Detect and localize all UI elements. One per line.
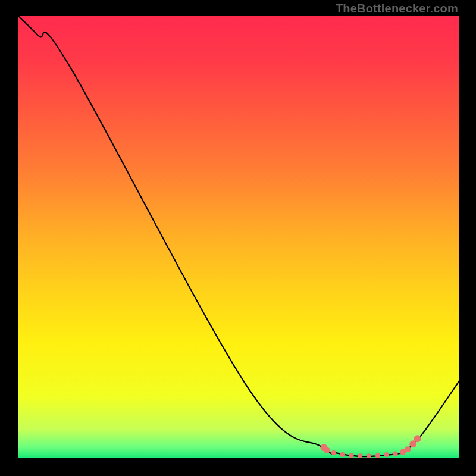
- bottleneck-curve: [18, 16, 459, 456]
- curve-marker: [367, 453, 371, 458]
- curve-marker: [349, 453, 353, 458]
- stage: TheBottlenecker.com: [0, 0, 476, 476]
- curve-marker: [331, 450, 336, 455]
- curve-marker: [384, 452, 389, 457]
- curve-marker: [393, 452, 398, 456]
- curve-marker: [340, 452, 345, 457]
- curve-marker: [324, 447, 330, 453]
- curve-marker: [414, 435, 421, 442]
- curve-marker: [405, 446, 411, 452]
- plot-area: [18, 16, 459, 458]
- chart-canvas: [18, 16, 459, 458]
- curve-marker: [358, 453, 362, 458]
- curve-marker: [375, 453, 380, 458]
- watermark-text: TheBottlenecker.com: [336, 2, 458, 15]
- marker-group: [321, 435, 421, 458]
